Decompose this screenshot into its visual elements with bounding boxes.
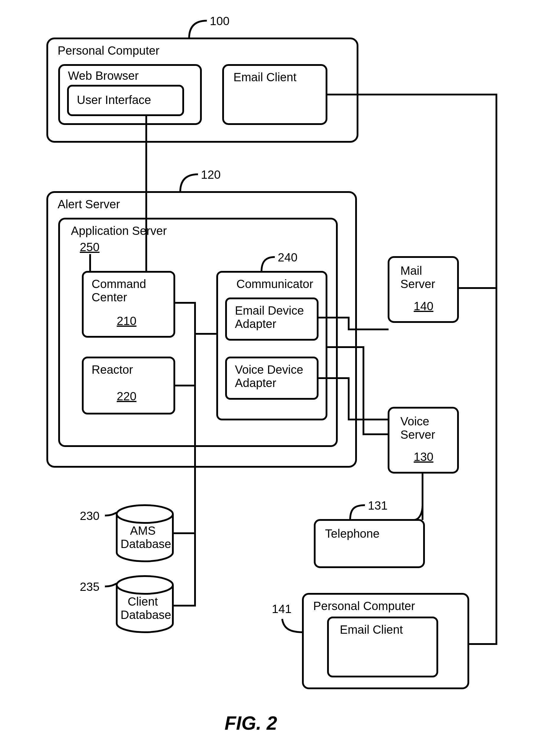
pc1-title: Personal Computer	[58, 44, 159, 57]
app-server-ref: 250	[80, 241, 100, 253]
web-browser-label: Web Browser	[68, 69, 139, 82]
client-db-l1: Client	[128, 595, 158, 608]
pc1-container: Personal Computer Web Browser User Inter…	[47, 38, 357, 142]
command-center-l2: Center	[92, 291, 127, 304]
client-db-ref: 235	[80, 580, 100, 593]
voice-adapter-l2: Adapter	[235, 377, 276, 389]
pc1-email-client-label: Email Client	[233, 71, 296, 83]
reactor-ref: 220	[117, 390, 137, 403]
reactor-title: Reactor	[92, 363, 133, 376]
svg-point-13	[117, 505, 173, 523]
client-db: Client Database	[117, 576, 173, 632]
email-adapter-l1: Email Device	[235, 304, 304, 317]
alert-server-title: Alert Server	[58, 198, 120, 211]
mail-server-ref: 140	[414, 300, 433, 312]
mail-server-l1: Mail	[400, 264, 422, 277]
ams-db-l1: AMS	[130, 524, 156, 537]
user-interface-label: User Interface	[77, 93, 151, 106]
communicator-title: Communicator	[236, 278, 313, 290]
mail-server-l2: Server	[400, 278, 435, 290]
diagram-canvas: Personal Computer Web Browser User Inter…	[0, 0, 536, 756]
voice-server-ref: 130	[414, 450, 433, 463]
command-center-ref: 210	[117, 314, 137, 327]
app-server-title: Application Server	[71, 224, 167, 237]
pc2-title: Personal Computer	[313, 600, 415, 612]
email-adapter-l2: Adapter	[235, 317, 276, 330]
pc2-ref: 141	[272, 602, 292, 615]
ams-db-l2: Database	[120, 537, 171, 550]
figure-label: FIG. 2	[224, 712, 277, 734]
alert-server-container: Alert Server Application Server 250 Comm…	[47, 192, 356, 467]
communicator-ref: 240	[278, 251, 298, 264]
command-center-l1: Command	[92, 278, 146, 290]
pc2-email-client: Email Client	[340, 623, 403, 636]
client-db-l2: Database	[120, 608, 171, 621]
pc1-ref: 100	[210, 15, 230, 27]
ams-db: AMS Database	[117, 505, 173, 561]
voice-adapter-l1: Voice Device	[235, 363, 303, 376]
ams-db-ref: 230	[80, 509, 100, 522]
alert-server-ref: 120	[201, 168, 221, 181]
svg-point-14	[117, 576, 173, 594]
voice-server-l2: Server	[400, 428, 435, 441]
telephone-ref: 131	[368, 499, 388, 512]
telephone-title: Telephone	[325, 527, 380, 540]
voice-server-l1: Voice	[400, 415, 429, 428]
